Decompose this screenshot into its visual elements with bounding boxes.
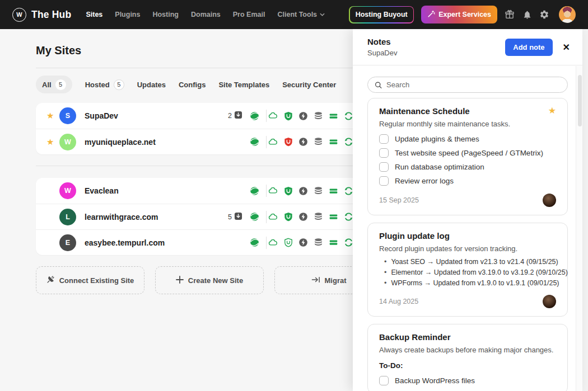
bars-icon[interactable] xyxy=(329,212,338,222)
nav-item-client-tools[interactable]: Client Tools xyxy=(277,11,325,18)
cloud-icon[interactable] xyxy=(268,238,278,247)
wordpress-icon[interactable] xyxy=(250,137,259,147)
bars-icon[interactable] xyxy=(329,186,338,196)
note-title: Backup Reminder xyxy=(379,332,451,342)
sync-icon[interactable] xyxy=(344,111,353,121)
gear-icon[interactable] xyxy=(539,10,549,20)
bars-icon[interactable] xyxy=(329,111,338,121)
bell-icon[interactable] xyxy=(522,10,532,20)
favorite-star-icon[interactable]: ★ xyxy=(46,137,54,147)
user-avatar[interactable] xyxy=(559,6,576,23)
shield-icon[interactable] xyxy=(283,212,293,222)
notes-scrollbar-thumb[interactable] xyxy=(578,75,582,126)
tab-count-badge: 5 xyxy=(114,79,124,90)
page-scrollbar[interactable] xyxy=(582,29,588,391)
add-note-button[interactable]: Add note xyxy=(505,39,552,56)
tab-security-center[interactable]: Security Center xyxy=(282,81,336,89)
note-card[interactable]: Backup Reminder Always create backups be… xyxy=(367,324,568,391)
note-description: Record plugin updates for version tracki… xyxy=(379,244,556,253)
bolt-icon[interactable] xyxy=(298,212,308,222)
note-date: 15 Sep 2025 xyxy=(379,196,419,204)
nav-item-label: Domains xyxy=(191,11,221,18)
bolt-icon[interactable] xyxy=(298,137,308,147)
nav-item-plugins[interactable]: Plugins xyxy=(115,11,140,18)
bolt-icon[interactable] xyxy=(298,111,308,121)
database-icon[interactable] xyxy=(314,186,323,196)
nav-item-sites[interactable]: Sites xyxy=(86,11,102,18)
shield-icon[interactable] xyxy=(283,186,293,196)
note-star-icon[interactable]: ★ xyxy=(548,106,556,115)
notes-scrollbar-track[interactable] xyxy=(576,66,582,391)
cloud-icon[interactable] xyxy=(268,186,278,196)
site-name[interactable]: Evaclean xyxy=(85,186,219,195)
database-icon[interactable] xyxy=(314,238,323,247)
tab-label: Security Center xyxy=(282,81,336,89)
shield-icon[interactable] xyxy=(283,238,293,247)
wordpress-icon[interactable] xyxy=(250,186,259,196)
site-name[interactable]: SupaDev xyxy=(85,111,219,120)
wordpress-icon[interactable] xyxy=(250,238,259,247)
hosting-buyout-border: Hosting Buyout xyxy=(349,6,414,23)
site-name[interactable]: myuniqueplace.net xyxy=(85,138,219,147)
database-icon[interactable] xyxy=(314,212,323,222)
bars-icon[interactable] xyxy=(329,238,338,247)
nav-item-hosting[interactable]: Hosting xyxy=(152,11,179,18)
gift-icon[interactable] xyxy=(505,10,515,20)
note-title: Maintenance Schedule xyxy=(379,106,470,116)
checkbox[interactable] xyxy=(379,162,389,172)
tab-count-badge: 5 xyxy=(55,79,66,90)
note-card[interactable]: Plugin update log Record plugin updates … xyxy=(367,223,568,317)
bolt-icon[interactable] xyxy=(298,186,308,196)
sync-icon[interactable] xyxy=(344,137,353,147)
database-icon[interactable] xyxy=(314,111,323,121)
updates-available[interactable]: 2 xyxy=(219,111,242,121)
row-divider xyxy=(266,110,267,122)
site-name[interactable]: easybee.tempurl.com xyxy=(85,238,219,247)
site-name[interactable]: learnwithgrace.com xyxy=(85,213,219,222)
favorite-star-icon[interactable]: ★ xyxy=(46,111,54,120)
tab-hosted[interactable]: Hosted 5 xyxy=(85,79,124,90)
updates-icon xyxy=(234,212,242,222)
shield-icon[interactable] xyxy=(283,111,293,121)
hosting-buyout-button[interactable]: Hosting Buyout xyxy=(350,7,413,22)
expert-services-button[interactable]: Expert Services xyxy=(421,6,497,23)
tab-updates[interactable]: Updates xyxy=(137,81,166,89)
cloud-icon[interactable] xyxy=(268,212,278,222)
checkbox[interactable] xyxy=(379,148,389,158)
note-card[interactable]: Maintenance Schedule ★ Regular monthly s… xyxy=(367,98,568,215)
tab-all[interactable]: All 5 xyxy=(36,76,72,93)
site-avatar: L xyxy=(59,209,76,225)
note-bullet: •Yoast SEO → Updated from v21.3 to v21.4… xyxy=(384,258,556,266)
brand[interactable]: W The Hub xyxy=(12,8,71,22)
checkbox[interactable] xyxy=(379,134,389,144)
sync-icon[interactable] xyxy=(344,186,353,196)
shield-icon[interactable] xyxy=(283,137,293,147)
search-input[interactable] xyxy=(386,81,561,89)
wordpress-icon[interactable] xyxy=(250,212,259,222)
checkbox[interactable] xyxy=(379,376,389,385)
wordpress-icon[interactable] xyxy=(250,111,259,121)
tab-label: All xyxy=(42,81,52,89)
note-todo-label: To-Do: xyxy=(379,361,556,370)
cloud-icon[interactable] xyxy=(268,137,278,147)
cloud-icon[interactable] xyxy=(268,111,278,121)
note-checklist-item: Test website speed (PageSpeed / GTMetrix… xyxy=(379,148,556,158)
checkbox[interactable] xyxy=(379,176,389,186)
expert-services-label: Expert Services xyxy=(438,11,491,18)
bolt-icon[interactable] xyxy=(298,238,308,247)
bars-icon[interactable] xyxy=(329,137,338,147)
tab-configs[interactable]: Configs xyxy=(179,81,206,89)
close-icon[interactable]: ✕ xyxy=(563,42,570,53)
action-connect-existing-site[interactable]: Connect Existing Site xyxy=(36,266,144,294)
notes-panel-body: Maintenance Schedule ★ Regular monthly s… xyxy=(353,66,576,391)
nav-item-domains[interactable]: Domains xyxy=(191,11,221,18)
action-create-new-site[interactable]: Create New Site xyxy=(155,266,264,294)
database-icon[interactable] xyxy=(314,137,323,147)
nav-item-label: Hosting xyxy=(152,11,179,18)
sync-icon[interactable] xyxy=(344,238,353,247)
updates-available[interactable]: 5 xyxy=(219,212,242,222)
sync-icon[interactable] xyxy=(344,212,353,222)
tab-site-templates[interactable]: Site Templates xyxy=(218,81,269,89)
nav-item-pro-email[interactable]: Pro Email xyxy=(233,11,265,18)
note-description: Always create backups before making majo… xyxy=(379,346,556,354)
